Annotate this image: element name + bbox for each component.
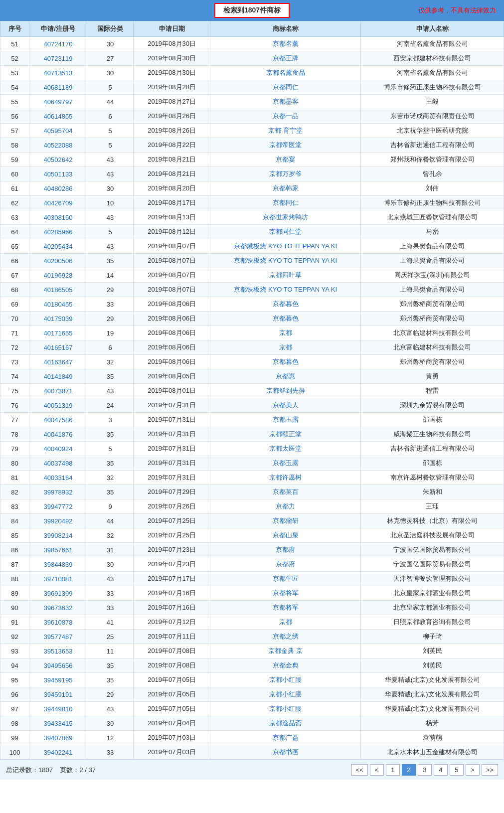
cell-tmname[interactable]: 京都 (210, 326, 361, 340)
cell-appnum[interactable]: 39908214 (29, 528, 87, 543)
cell-tmname[interactable]: 京都菜百 (210, 485, 361, 499)
cell-appnum[interactable]: 40047586 (29, 413, 87, 427)
cell-appnum[interactable]: 39691399 (29, 586, 87, 601)
page-btn-5[interactable]: 5 (450, 764, 464, 776)
cell-tmname[interactable]: 京都 (210, 340, 361, 355)
cell-tmname[interactable]: 京都玉露 (210, 413, 361, 427)
cell-appnum[interactable]: 40724170 (29, 37, 87, 51)
cell-tmname[interactable]: 京都暮色 (210, 312, 361, 326)
cell-tmname[interactable]: 京都一品 (210, 109, 361, 124)
cell-appnum[interactable]: 40171655 (29, 326, 87, 340)
cell-tmname[interactable]: 京都名薰食品 (210, 66, 361, 80)
cell-appnum[interactable]: 39513653 (29, 644, 87, 658)
cell-appnum[interactable]: 40522088 (29, 138, 87, 153)
cell-appnum[interactable]: 40186505 (29, 283, 87, 297)
cell-appnum[interactable]: 40501133 (29, 167, 87, 181)
cell-appnum[interactable]: 40200506 (29, 254, 87, 268)
cell-tmname[interactable]: 京都将军 (210, 601, 361, 615)
page-btn-3[interactable]: 3 (418, 764, 432, 776)
cell-tmname[interactable]: 京都铁板烧 KYO TO TEPPAN YA KI (210, 283, 361, 297)
cell-appnum[interactable]: 39920492 (29, 514, 87, 528)
cell-tmname[interactable]: 京都同仁堂 (210, 225, 361, 239)
cell-tmname[interactable]: 京都世家烤鸭坊 (210, 210, 361, 225)
cell-appnum[interactable]: 39495656 (29, 658, 87, 673)
cell-appnum[interactable]: 40426709 (29, 196, 87, 210)
cell-tmname[interactable]: 京都太医堂 (210, 442, 361, 456)
cell-appnum[interactable]: 40175039 (29, 312, 87, 326)
page-last[interactable]: >> (482, 764, 498, 776)
page-first[interactable]: << (351, 764, 368, 776)
cell-tmname[interactable]: 京都鲜到先得 (210, 384, 361, 398)
cell-appnum[interactable]: 39857661 (29, 543, 87, 557)
cell-appnum[interactable]: 40037498 (29, 456, 87, 471)
cell-tmname[interactable]: 京都墨客 (210, 95, 361, 109)
cell-appnum[interactable]: 39407869 (29, 731, 87, 745)
cell-tmname[interactable]: 京都牛匠 (210, 572, 361, 586)
cell-tmname[interactable]: 京都许愿树 (210, 471, 361, 485)
cell-appnum[interactable]: 40285966 (29, 225, 87, 239)
cell-tmname[interactable]: 京都逸品斋 (210, 716, 361, 731)
cell-appnum[interactable]: 39402241 (29, 745, 87, 760)
cell-tmname[interactable]: 京都暮色 (210, 355, 361, 369)
cell-appnum[interactable]: 39433415 (29, 716, 87, 731)
cell-tmname[interactable]: 京都美人 (210, 398, 361, 413)
cell-appnum[interactable]: 40051319 (29, 398, 87, 413)
cell-tmname[interactable]: 京都瘤研 (210, 514, 361, 528)
cell-appnum[interactable]: 40713513 (29, 66, 87, 80)
cell-tmname[interactable]: 京都同仁 (210, 80, 361, 95)
cell-appnum[interactable]: 39610878 (29, 615, 87, 630)
cell-tmname[interactable]: 京都山泉 (210, 528, 361, 543)
cell-tmname[interactable]: 京都暮色 (210, 297, 361, 312)
cell-appnum[interactable]: 39577487 (29, 630, 87, 644)
cell-appnum[interactable]: 40163647 (29, 355, 87, 369)
cell-tmname[interactable]: 京都名薰 (210, 37, 361, 51)
cell-tmname[interactable]: 京都府 (210, 543, 361, 557)
cell-appnum[interactable]: 39947772 (29, 499, 87, 514)
cell-tmname[interactable]: 京都宴 (210, 153, 361, 167)
cell-appnum[interactable]: 40614855 (29, 109, 87, 124)
cell-tmname[interactable]: 京都鐡板烧 KYO TO TEPPAN YA KI (210, 239, 361, 254)
page-next[interactable]: > (466, 764, 480, 776)
cell-appnum[interactable]: 40073871 (29, 384, 87, 398)
page-btn-1[interactable]: 1 (386, 764, 400, 776)
cell-appnum[interactable]: 40141849 (29, 369, 87, 384)
cell-appnum[interactable]: 39844839 (29, 557, 87, 572)
cell-tmname[interactable]: 京都小红腰 (210, 687, 361, 702)
cell-appnum[interactable]: 40480286 (29, 181, 87, 196)
page-btn-2[interactable]: 2 (402, 764, 416, 776)
cell-tmname[interactable]: 京都王牌 (210, 51, 361, 66)
cell-appnum[interactable]: 40649797 (29, 95, 87, 109)
cell-appnum[interactable]: 39673632 (29, 601, 87, 615)
cell-appnum[interactable]: 40196928 (29, 268, 87, 283)
cell-tmname[interactable]: 京都广益 (210, 731, 361, 745)
cell-tmname[interactable]: 京都金典 京 (210, 644, 361, 658)
cell-appnum[interactable]: 39710081 (29, 572, 87, 586)
cell-tmname[interactable]: 京都力 (210, 499, 361, 514)
cell-tmname[interactable]: 京都惠 (210, 369, 361, 384)
cell-appnum[interactable]: 40180455 (29, 297, 87, 312)
page-prev[interactable]: < (370, 764, 384, 776)
cell-tmname[interactable]: 京都之绣 (210, 630, 361, 644)
cell-appnum[interactable]: 39978932 (29, 485, 87, 499)
cell-tmname[interactable]: 京都 育宁堂 (210, 124, 361, 138)
cell-appnum[interactable]: 40040924 (29, 442, 87, 456)
cell-appnum[interactable]: 40502642 (29, 153, 87, 167)
cell-tmname[interactable]: 京都小红腰 (210, 702, 361, 716)
cell-tmname[interactable]: 京都书画 (210, 745, 361, 760)
cell-tmname[interactable]: 京都 (210, 615, 361, 630)
cell-appnum[interactable]: 40205434 (29, 239, 87, 254)
cell-appnum[interactable]: 40595704 (29, 124, 87, 138)
cell-appnum[interactable]: 40308160 (29, 210, 87, 225)
cell-appnum[interactable]: 39449810 (29, 702, 87, 716)
cell-appnum[interactable]: 40165167 (29, 340, 87, 355)
cell-tmname[interactable]: 京都府 (210, 557, 361, 572)
cell-tmname[interactable]: 京都铁板烧 KYO TO TEPPAN YA KI (210, 254, 361, 268)
cell-tmname[interactable]: 京都金典 (210, 658, 361, 673)
cell-tmname[interactable]: 京都四叶草 (210, 268, 361, 283)
page-btn-4[interactable]: 4 (434, 764, 448, 776)
cell-appnum[interactable]: 39459191 (29, 687, 87, 702)
cell-appnum[interactable]: 40723119 (29, 51, 87, 66)
cell-appnum[interactable]: 40033164 (29, 471, 87, 485)
cell-tmname[interactable]: 京都颐正堂 (210, 427, 361, 442)
cell-tmname[interactable]: 京都帝医堂 (210, 138, 361, 153)
